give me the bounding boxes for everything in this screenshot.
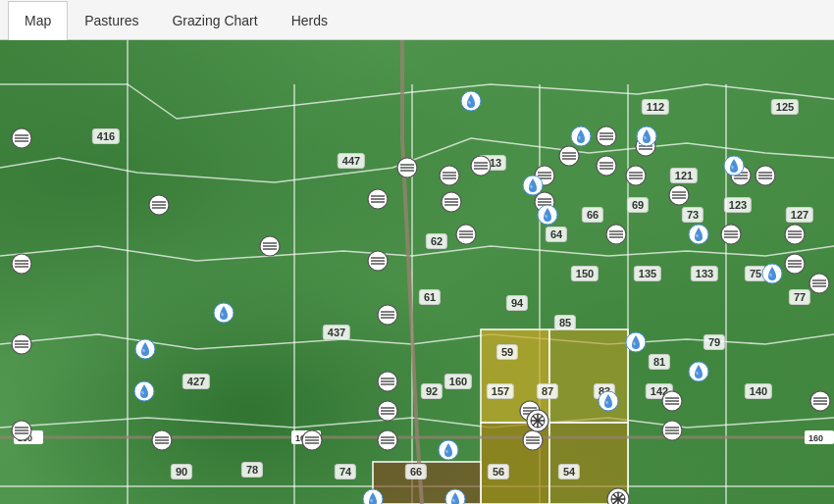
tab-map[interactable]: Map <box>8 1 68 40</box>
map-svg: 160 160 160 <box>0 40 834 504</box>
svg-text:160: 160 <box>18 433 32 443</box>
tab-bar: Map Pastures Grazing Chart Herds <box>0 0 834 40</box>
svg-marker-1 <box>481 329 549 423</box>
svg-marker-4 <box>549 329 628 423</box>
svg-text:160: 160 <box>295 433 310 443</box>
tab-herds[interactable]: Herds <box>275 0 344 39</box>
map-container[interactable]: 160 160 160 4164474131121251211231276669… <box>0 40 834 504</box>
svg-marker-5 <box>549 423 628 504</box>
tab-grazing-chart[interactable]: Grazing Chart <box>155 0 274 39</box>
svg-marker-3 <box>373 462 481 504</box>
svg-text:160: 160 <box>808 433 823 443</box>
tab-pastures[interactable]: Pastures <box>68 0 155 39</box>
svg-marker-2 <box>481 423 549 504</box>
